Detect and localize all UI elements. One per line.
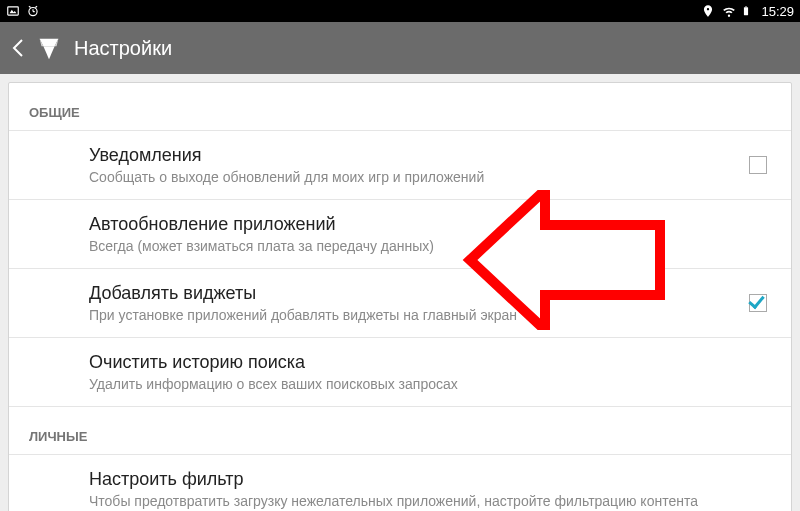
setting-sub: Сообщать о выходе обновлений для моих иг… xyxy=(89,169,749,185)
alarm-icon xyxy=(26,4,40,18)
setting-sub: Всегда (может взиматься плата за передач… xyxy=(89,238,767,254)
setting-sub: Чтобы предотвратить загрузку нежелательн… xyxy=(89,493,767,509)
wifi-icon xyxy=(721,4,735,18)
page-title: Настройки xyxy=(74,37,172,60)
svg-marker-1 xyxy=(10,10,17,13)
svg-rect-7 xyxy=(744,7,748,15)
svg-rect-8 xyxy=(746,6,748,7)
settings-card: ОБЩИЕ Уведомления Сообщать о выходе обно… xyxy=(8,82,792,511)
setting-title: Уведомления xyxy=(89,145,749,166)
setting-notifications[interactable]: Уведомления Сообщать о выходе обновлений… xyxy=(9,130,791,199)
svg-line-5 xyxy=(29,6,31,7)
setting-content-filter[interactable]: Настроить фильтр Чтобы предотвратить заг… xyxy=(9,454,791,511)
setting-title: Добавлять виджеты xyxy=(89,283,749,304)
checkbox-add-widgets[interactable] xyxy=(749,294,767,312)
app-bar: Настройки xyxy=(0,22,800,74)
content-area: ОБЩИЕ Уведомления Сообщать о выходе обно… xyxy=(0,74,800,511)
setting-title: Очистить историю поиска xyxy=(89,352,767,373)
setting-clear-search[interactable]: Очистить историю поиска Удалить информац… xyxy=(9,337,791,406)
svg-line-6 xyxy=(35,6,37,7)
location-icon xyxy=(701,4,715,18)
svg-marker-10 xyxy=(43,46,54,59)
battery-icon xyxy=(741,4,755,18)
back-icon[interactable] xyxy=(12,38,24,58)
checkbox-notifications[interactable] xyxy=(749,156,767,174)
setting-title: Автообновление приложений xyxy=(89,214,767,235)
play-store-icon[interactable] xyxy=(34,33,64,63)
setting-add-widgets[interactable]: Добавлять виджеты При установке приложен… xyxy=(9,268,791,337)
svg-rect-0 xyxy=(8,7,19,15)
setting-auto-update[interactable]: Автообновление приложений Всегда (может … xyxy=(9,199,791,268)
setting-sub: При установке приложений добавлять видже… xyxy=(89,307,749,323)
gallery-icon xyxy=(6,4,20,18)
section-header-general: ОБЩИЕ xyxy=(9,83,791,130)
status-bar: 15:29 xyxy=(0,0,800,22)
status-time: 15:29 xyxy=(761,4,794,19)
setting-sub: Удалить информацию о всех ваших поисковы… xyxy=(89,376,767,392)
setting-title: Настроить фильтр xyxy=(89,469,767,490)
section-header-personal: ЛИЧНЫЕ xyxy=(9,406,791,454)
